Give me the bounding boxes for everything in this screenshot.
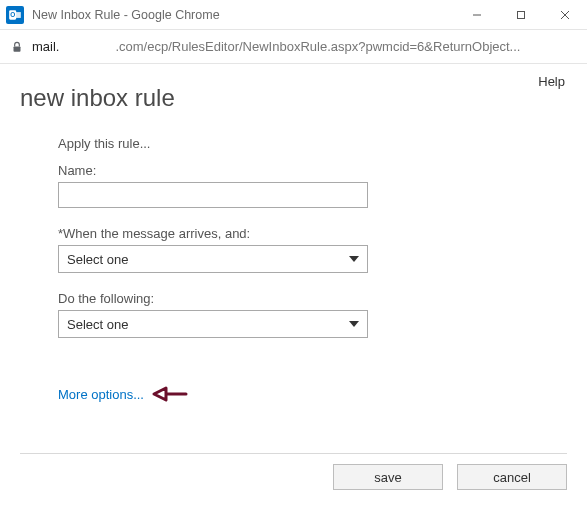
page-content: Help new inbox rule Apply this rule... N…: [0, 64, 587, 506]
url-path: .com/ecp/RulesEditor/NewInboxRule.aspx?p…: [115, 39, 577, 54]
page-title: new inbox rule: [20, 84, 567, 112]
arrow-annotation-icon: [150, 382, 188, 406]
chevron-down-icon: [349, 256, 359, 262]
outlook-app-icon: O: [6, 6, 24, 24]
more-options-link[interactable]: More options...: [58, 387, 144, 402]
action-select[interactable]: Select one: [58, 310, 368, 338]
svg-rect-4: [518, 12, 525, 19]
dialog-footer: save cancel: [20, 453, 567, 490]
action-selected-text: Select one: [67, 317, 128, 332]
window-controls: [455, 0, 587, 29]
svg-rect-2: [16, 12, 21, 18]
svg-text:O: O: [10, 11, 15, 18]
lock-icon: [10, 40, 24, 54]
condition-label: *When the message arrives, and:: [58, 226, 440, 241]
svg-rect-7: [14, 46, 21, 51]
condition-select[interactable]: Select one: [58, 245, 368, 273]
url-host: mail.: [32, 39, 59, 54]
save-button[interactable]: save: [333, 464, 443, 490]
maximize-button[interactable]: [499, 0, 543, 30]
close-button[interactable]: [543, 0, 587, 30]
chevron-down-icon: [349, 321, 359, 327]
window-titlebar: O New Inbox Rule - Google Chrome: [0, 0, 587, 30]
name-input[interactable]: [58, 182, 368, 208]
address-bar[interactable]: mail. .com/ecp/RulesEditor/NewInboxRule.…: [0, 30, 587, 64]
condition-selected-text: Select one: [67, 252, 128, 267]
name-label: Name:: [58, 163, 440, 178]
form-intro: Apply this rule...: [58, 136, 440, 151]
help-link[interactable]: Help: [538, 74, 565, 89]
action-label: Do the following:: [58, 291, 440, 306]
rule-form: Apply this rule... Name: *When the messa…: [20, 136, 440, 406]
minimize-button[interactable]: [455, 0, 499, 30]
window-title: New Inbox Rule - Google Chrome: [32, 8, 220, 22]
cancel-button[interactable]: cancel: [457, 464, 567, 490]
